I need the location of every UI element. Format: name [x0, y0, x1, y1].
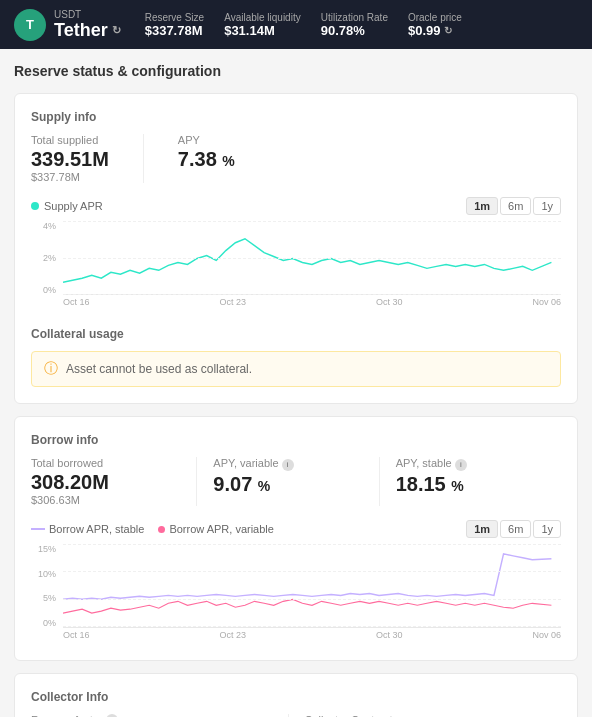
main-content: Reserve status & configuration Supply in…: [0, 49, 592, 717]
supply-chart-x-labels: Oct 16 Oct 23 Oct 30 Nov 06: [63, 297, 561, 311]
utilization-rate-value: 90.78%: [321, 23, 388, 38]
total-supplied-main: 339.51M: [31, 148, 109, 171]
total-supplied-col: Total supplied 339.51M $337.78M: [31, 134, 109, 183]
apy-variable-value: 9.07 %: [213, 473, 378, 496]
apy-variable-label: APY, variable i: [213, 457, 378, 471]
supply-chart-legend: Supply APR: [31, 200, 103, 212]
token-icon: T: [14, 9, 46, 41]
token-logo: T USDT Tether ↻: [14, 9, 121, 41]
apy-stable-value: 18.15 %: [396, 473, 561, 496]
borrow-section-title: Borrow info: [31, 433, 561, 447]
collector-section-title: Collector Info: [31, 690, 561, 704]
borrow-time-1y[interactable]: 1y: [533, 520, 561, 538]
page-title: Reserve status & configuration: [14, 63, 578, 79]
total-borrowed-main: 308.20M: [31, 471, 196, 494]
supply-time-6m[interactable]: 6m: [500, 197, 531, 215]
collector-info-card: Collector Info Reserve factor i 10.00% C…: [14, 673, 578, 717]
available-liquidity-value: $31.14M: [224, 23, 301, 38]
borrow-chart-area: [63, 544, 561, 628]
token-title-group: USDT Tether ↻: [54, 9, 121, 41]
supply-legend-dot: [31, 202, 39, 210]
collateral-notice-text: Asset cannot be used as collateral.: [66, 362, 252, 376]
supply-info-card: Supply info Total supplied 339.51M $337.…: [14, 93, 578, 404]
oracle-refresh-icon[interactable]: ↻: [444, 25, 452, 36]
collateral-section: Collateral usage ⓘ Asset cannot be used …: [31, 327, 561, 387]
borrow-grid: Total borrowed 308.20M $306.63M APY, var…: [31, 457, 561, 506]
borrow-chart-container: 15% 10% 5% 0% Oct 16 Oct 23: [31, 544, 561, 644]
borrow-chart-x-labels: Oct 16 Oct 23 Oct 30 Nov 06: [63, 630, 561, 644]
collateral-title: Collateral usage: [31, 327, 561, 341]
stable-legend-line: [31, 528, 45, 530]
available-liquidity-label: Available liquidity: [224, 12, 301, 23]
borrow-chart-header: Borrow APR, stable Borrow APR, variable …: [31, 520, 561, 538]
supply-grid: Total supplied 339.51M $337.78M APY 7.38…: [31, 134, 561, 183]
borrow-chart-svg: [63, 544, 561, 627]
borrow-grid-4: [63, 626, 561, 627]
variable-legend-dot: [158, 526, 165, 533]
supply-chart-area: [63, 221, 561, 295]
supply-chart-container: 4% 2% 0% Oct 16 Oct 23 Oct 30 Nov 06: [31, 221, 561, 311]
supply-chart-line: [63, 239, 551, 282]
oracle-price-value: $0.99 ↻: [408, 23, 462, 38]
stat-utilization-rate: Utilization Rate 90.78%: [321, 12, 388, 38]
supply-time-1y[interactable]: 1y: [533, 197, 561, 215]
borrow-grid-2: [63, 571, 561, 572]
supply-chart-y-labels: 4% 2% 0%: [31, 221, 59, 295]
apy-label: APY: [178, 134, 235, 146]
total-supplied-sub: $337.78M: [31, 171, 109, 183]
borrow-chart-legend: Borrow APR, stable Borrow APR, variable: [31, 523, 274, 535]
total-supplied-label: Total supplied: [31, 134, 109, 146]
borrow-variable-line: [63, 599, 551, 613]
apy-stable-col: APY, stable i 18.15 %: [379, 457, 561, 506]
warning-icon: ⓘ: [44, 360, 58, 378]
borrow-grid-1: [63, 544, 561, 545]
token-ticker: USDT: [54, 9, 121, 20]
supply-chart-header: Supply APR 1m 6m 1y: [31, 197, 561, 215]
borrow-time-buttons: 1m 6m 1y: [466, 520, 561, 538]
collateral-notice: ⓘ Asset cannot be used as collateral.: [31, 351, 561, 387]
borrow-time-6m[interactable]: 6m: [500, 520, 531, 538]
borrow-time-1m[interactable]: 1m: [466, 520, 498, 538]
apy-value: 7.38 %: [178, 148, 235, 171]
apy-variable-info-icon: i: [282, 459, 294, 471]
stat-oracle-price: Oracle price $0.99 ↻: [408, 12, 462, 38]
total-borrowed-label: Total borrowed: [31, 457, 196, 469]
apy-variable-col: APY, variable i 9.07 %: [196, 457, 378, 506]
supply-legend-label: Supply APR: [44, 200, 103, 212]
refresh-icon[interactable]: ↻: [112, 24, 121, 37]
supply-section-title: Supply info: [31, 110, 561, 124]
total-borrowed-sub: $306.63M: [31, 494, 196, 506]
utilization-rate-label: Utilization Rate: [321, 12, 388, 23]
header-stats: Reserve Size $337.78M Available liquidit…: [145, 12, 578, 38]
supply-time-1m[interactable]: 1m: [466, 197, 498, 215]
grid-line-top: [63, 221, 561, 222]
borrow-legend-variable: Borrow APR, variable: [158, 523, 274, 535]
reserve-size-label: Reserve Size: [145, 12, 204, 23]
grid-line-bottom: [63, 294, 561, 295]
stat-available-liquidity: Available liquidity $31.14M: [224, 12, 301, 38]
apy-stable-label: APY, stable i: [396, 457, 561, 471]
supply-divider: [143, 134, 144, 183]
borrow-legend-stable: Borrow APR, stable: [31, 523, 144, 535]
borrow-info-card: Borrow info Total borrowed 308.20M $306.…: [14, 416, 578, 661]
borrow-chart-y-labels: 15% 10% 5% 0%: [31, 544, 59, 628]
token-name: Tether ↻: [54, 20, 121, 41]
borrow-grid-3: [63, 599, 561, 600]
app-header: T USDT Tether ↻ Reserve Size $337.78M Av…: [0, 0, 592, 49]
borrow-stable-line: [63, 554, 551, 599]
reserve-size-value: $337.78M: [145, 23, 204, 38]
stat-reserve-size: Reserve Size $337.78M: [145, 12, 204, 38]
apy-stable-info-icon: i: [455, 459, 467, 471]
total-borrowed-col: Total borrowed 308.20M $306.63M: [31, 457, 196, 506]
apy-col: APY 7.38 %: [178, 134, 235, 183]
oracle-price-label: Oracle price: [408, 12, 462, 23]
grid-line-mid: [63, 258, 561, 259]
supply-time-buttons: 1m 6m 1y: [466, 197, 561, 215]
